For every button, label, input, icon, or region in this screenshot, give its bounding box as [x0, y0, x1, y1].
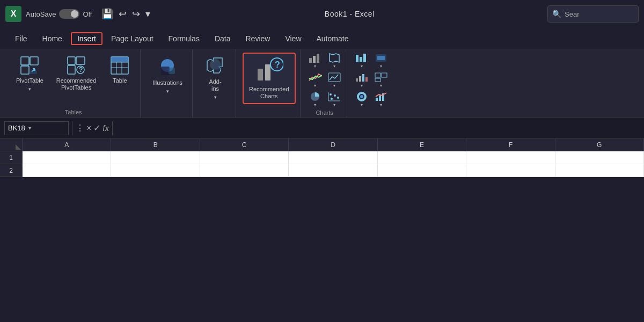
cancel-button[interactable]: × — [86, 123, 91, 133]
bar-chart2-button[interactable]: ▾ — [353, 52, 371, 70]
recommended-charts-button[interactable]: ? RecommendedCharts — [243, 53, 296, 104]
recommended-pivottables-icon: ? — [67, 56, 86, 75]
cell-f1[interactable] — [466, 151, 555, 164]
pie-chevron: ▾ — [314, 103, 316, 107]
svg-rect-36 — [363, 54, 366, 62]
undo-icon[interactable]: ↩ — [118, 7, 128, 21]
illustrations-group-label — [147, 115, 188, 118]
3d-map-icon — [374, 53, 388, 63]
combo-chart-button[interactable]: ▾ — [372, 90, 390, 108]
table-icon — [110, 56, 129, 75]
title-bar: X AutoSave Off 💾 ↩ ↪ ▾ Book1 - Excel 🔍 S… — [0, 0, 644, 28]
pivot-chevron: ▾ — [28, 86, 31, 92]
menu-item-data[interactable]: Data — [208, 32, 237, 45]
menu-item-page-layout[interactable]: Page Layout — [105, 32, 160, 45]
name-box-chevron[interactable]: ▾ — [28, 125, 31, 131]
combo-chart-icon — [374, 91, 388, 102]
menu-item-automate[interactable]: Automate — [310, 32, 355, 45]
menu-item-home[interactable]: Home — [36, 32, 69, 45]
cell-e2[interactable] — [378, 164, 466, 177]
menu-item-formulas[interactable]: Formulas — [162, 32, 206, 45]
cell-a1[interactable] — [23, 151, 111, 164]
search-box[interactable]: 🔍 Sear — [547, 5, 639, 23]
line-chart-icon — [308, 72, 322, 83]
add-ins-button[interactable]: Add-ins ▾ — [199, 53, 231, 103]
recommended-pivottables-button[interactable]: ? RecommendedPivotTables — [51, 53, 102, 94]
pivot-table-button[interactable]: PivotTable ▾ — [11, 53, 49, 95]
col-header-c[interactable]: C — [200, 138, 289, 151]
menu-item-review[interactable]: Review — [239, 32, 277, 45]
line-chart-button[interactable]: ▾ — [306, 71, 324, 89]
corner-cell — [0, 138, 23, 151]
col-header-f[interactable]: F — [466, 138, 555, 151]
menu-item-file[interactable]: File — [9, 32, 34, 45]
ribbon-group-tables: PivotTable ▾ ? RecommendedPivotTables — [6, 49, 141, 118]
svg-rect-3 — [68, 57, 75, 64]
save-icon[interactable]: 💾 — [100, 7, 114, 21]
illustrations-chevron: ▾ — [166, 89, 169, 94]
svg-rect-26 — [328, 73, 340, 82]
name-box[interactable]: BK18 ▾ — [4, 121, 69, 135]
3d-map-button[interactable]: ▾ — [372, 52, 390, 70]
charts-group-label: Charts — [306, 109, 343, 118]
cell-e1[interactable] — [378, 151, 466, 164]
cell-d1[interactable] — [289, 151, 377, 164]
maps-chart-button[interactable]: ▾ — [325, 52, 343, 70]
cell-d2[interactable] — [289, 164, 377, 177]
cell-c1[interactable] — [200, 151, 289, 164]
more-charts-label — [353, 115, 390, 118]
redo-icon[interactable]: ↪ — [131, 7, 141, 21]
col-header-g[interactable]: G — [555, 138, 644, 151]
confirm-button[interactable]: ✓ — [93, 123, 100, 133]
ribbon-group-addins: Add-ins ▾ — [195, 49, 236, 118]
cell-c2[interactable] — [200, 164, 289, 177]
formula-separator-1 — [72, 121, 72, 135]
svg-rect-23 — [309, 58, 312, 63]
cell-f2[interactable] — [466, 164, 555, 177]
col-header-d[interactable]: D — [289, 138, 377, 151]
window-title: Book1 - Excel — [156, 10, 543, 18]
autosave-label: AutoSave — [26, 10, 56, 18]
col-header-e[interactable]: E — [378, 138, 466, 151]
sparklines-icon — [327, 72, 341, 83]
rec-charts-items: ? RecommendedCharts — [243, 53, 296, 115]
svg-rect-48 — [376, 98, 378, 101]
pivot-chart-button[interactable]: ▾ — [372, 71, 390, 89]
cell-g2[interactable] — [555, 164, 644, 177]
waterfall-button[interactable]: ▾ — [353, 71, 371, 89]
illustrations-label: Illustrations — [152, 79, 182, 86]
svg-rect-1 — [30, 57, 38, 65]
svg-rect-44 — [382, 73, 387, 77]
pie-chart-button[interactable]: ▾ — [306, 90, 324, 108]
fx-button[interactable]: fx — [103, 123, 109, 133]
autosave-toggle[interactable] — [59, 9, 79, 19]
illustrations-button[interactable]: Illustrations ▾ — [147, 53, 188, 97]
cell-b2[interactable] — [111, 164, 200, 177]
column-chart-button[interactable]: ▾ — [306, 52, 324, 70]
menu-item-insert[interactable]: Insert — [71, 32, 103, 45]
svg-point-47 — [360, 95, 363, 98]
table-button[interactable]: Table — [104, 53, 136, 87]
bar-chart-row: ▾ ▾ — [306, 52, 343, 70]
svg-rect-4 — [76, 57, 85, 64]
cell-a2[interactable] — [23, 164, 111, 177]
scatter-chart-icon — [327, 91, 341, 102]
cell-g1[interactable] — [555, 151, 644, 164]
menu-item-view[interactable]: View — [279, 32, 308, 45]
sparklines-button[interactable]: ▾ — [325, 71, 343, 89]
customize-qat-icon[interactable]: ▾ — [144, 7, 151, 21]
col-header-a[interactable]: A — [23, 138, 111, 151]
charts-small-col: ▾ ▾ ▾ — [306, 52, 343, 108]
col-header-b[interactable]: B — [111, 138, 200, 151]
svg-rect-16 — [169, 68, 175, 74]
pie-chart-icon — [308, 91, 322, 102]
svg-point-31 — [334, 94, 336, 97]
cell-b1[interactable] — [111, 151, 200, 164]
3d-map-chevron: ▾ — [380, 64, 382, 69]
formula-input[interactable] — [116, 121, 640, 135]
scatter-chart-button[interactable]: ▾ — [325, 90, 343, 108]
ribbon-group-more-charts: ▾ ▾ ▾ — [349, 49, 393, 118]
sunburst-button[interactable]: ▾ — [353, 90, 371, 108]
formula-colon: ⋮ — [76, 123, 84, 133]
svg-rect-49 — [379, 96, 381, 101]
